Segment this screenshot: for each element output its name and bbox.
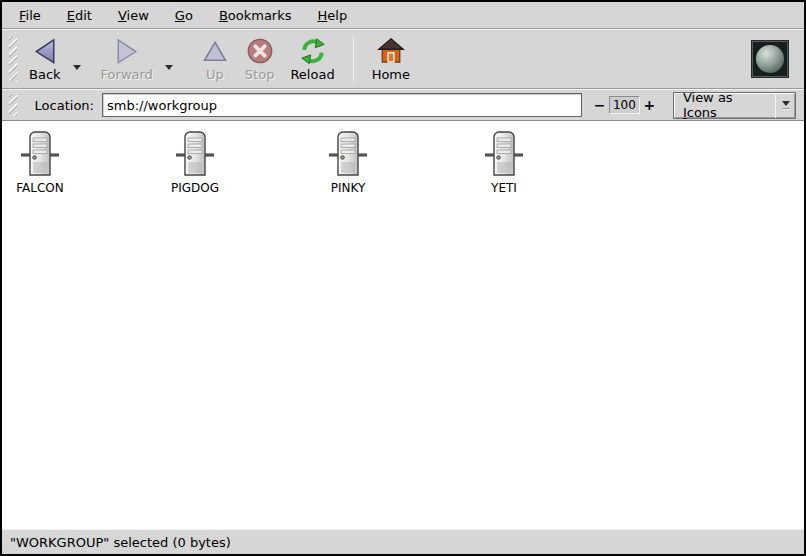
- server-item-pinky[interactable]: PINKY: [320, 131, 376, 195]
- server-item-yeti[interactable]: YETI: [476, 131, 532, 195]
- back-button-label: Back: [29, 67, 61, 82]
- forward-arrow-icon: [113, 37, 141, 65]
- zoom-out-button[interactable]: −: [592, 95, 607, 115]
- menu-edit-accel: E: [67, 8, 75, 23]
- menu-bar: File Edit View Go Bookmarks Help: [2, 2, 804, 29]
- throbber: [752, 41, 788, 77]
- menu-bookmarks[interactable]: Bookmarks: [206, 4, 305, 27]
- server-item-label: YETI: [491, 181, 517, 195]
- menu-help-accel: H: [318, 8, 328, 23]
- home-button-label: Home: [372, 67, 410, 82]
- status-text: "WORKGROUP" selected (0 bytes): [10, 535, 231, 550]
- content-area[interactable]: FALCON PIGDOG PINKY YETI: [2, 121, 804, 529]
- zoom-level-indicator: 100: [609, 96, 640, 114]
- view-as-dropdown[interactable]: View as Icons: [673, 92, 796, 119]
- menu-view[interactable]: View: [105, 4, 162, 27]
- combo-arrow-icon: [776, 101, 795, 110]
- menu-help-label-rest: elp: [327, 8, 347, 23]
- location-bar: Location: − 100 + View as Icons: [2, 89, 804, 121]
- toolbar-drag-handle[interactable]: [9, 37, 17, 81]
- forward-button-label: Forward: [101, 67, 153, 82]
- menu-go[interactable]: Go: [162, 4, 206, 27]
- home-button[interactable]: Home: [364, 33, 418, 85]
- throbber-sphere-icon: [756, 45, 784, 73]
- server-item-label: PIGDOG: [171, 181, 219, 195]
- view-as-label: View as Icons: [683, 90, 766, 120]
- chevron-down-icon: [165, 65, 173, 70]
- combo-arrow-bar: [782, 108, 790, 110]
- network-server-icon: [175, 131, 215, 177]
- forward-button[interactable]: Forward: [93, 33, 161, 85]
- menu-edit-label-rest: dit: [75, 8, 92, 23]
- stop-button[interactable]: Stop: [237, 33, 283, 85]
- server-item-label: PINKY: [331, 181, 366, 195]
- reload-icon: [299, 37, 327, 65]
- back-button[interactable]: Back: [21, 33, 69, 85]
- reload-button[interactable]: Reload: [282, 33, 342, 85]
- server-item-falcon[interactable]: FALCON: [12, 131, 68, 195]
- location-input[interactable]: [102, 93, 582, 117]
- back-history-dropdown[interactable]: [69, 57, 85, 77]
- back-arrow-icon: [31, 37, 59, 65]
- file-manager-window: File Edit View Go Bookmarks Help Back Fo…: [0, 0, 806, 556]
- home-icon: [377, 37, 405, 65]
- menu-file[interactable]: File: [6, 4, 54, 27]
- zoom-in-button[interactable]: +: [642, 95, 657, 115]
- menu-view-accel: V: [118, 8, 127, 23]
- view-as-label-post: cons: [687, 105, 717, 120]
- network-server-icon: [484, 131, 524, 177]
- reload-button-label: Reload: [290, 67, 334, 82]
- up-button-label: Up: [206, 67, 224, 82]
- up-button[interactable]: Up: [193, 33, 237, 85]
- menu-edit[interactable]: Edit: [54, 4, 105, 27]
- chevron-down-icon: [73, 65, 81, 70]
- stop-icon: [246, 37, 274, 65]
- toolbar: Back Forward Up Stop: [2, 29, 804, 89]
- menu-bookmarks-accel: B: [219, 8, 228, 23]
- menu-go-label-rest: o: [185, 8, 193, 23]
- location-bar-drag-handle[interactable]: [9, 94, 17, 116]
- menu-file-label-rest: ile: [26, 8, 41, 23]
- menu-go-accel: G: [175, 8, 185, 23]
- network-server-icon: [20, 131, 60, 177]
- network-server-icon: [328, 131, 368, 177]
- view-as-label-pre: View as: [683, 90, 733, 105]
- location-label: Location:: [35, 98, 94, 113]
- forward-history-dropdown[interactable]: [161, 57, 177, 77]
- menu-view-label-rest: iew: [127, 8, 149, 23]
- up-arrow-icon: [201, 37, 229, 65]
- menu-bookmarks-label-rest: ookmarks: [228, 8, 292, 23]
- server-item-pigdog[interactable]: PIGDOG: [167, 131, 223, 195]
- server-item-label: FALCON: [16, 181, 64, 195]
- chevron-down-icon: [782, 101, 790, 106]
- status-bar: "WORKGROUP" selected (0 bytes): [2, 529, 804, 554]
- stop-button-label: Stop: [245, 67, 275, 82]
- menu-help[interactable]: Help: [305, 4, 361, 27]
- toolbar-separator: [353, 36, 354, 82]
